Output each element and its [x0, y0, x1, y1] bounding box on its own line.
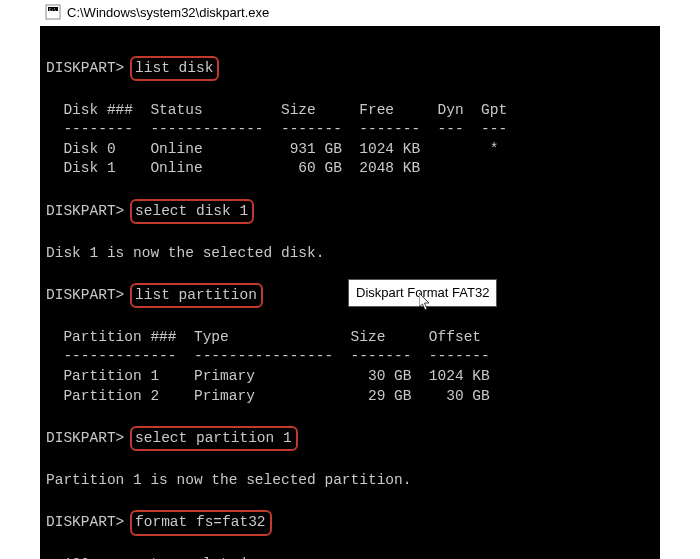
- cmd-format: format fs=fat32: [130, 510, 272, 536]
- disk-row-0: Disk 0 Online 931 GB 1024 KB *: [46, 141, 498, 157]
- disk-table-divider: -------- ------------- ------- ------- -…: [46, 121, 507, 137]
- window-title: C:\Windows\system32\diskpart.exe: [67, 5, 269, 20]
- window-titlebar: C:\ C:\Windows\system32\diskpart.exe: [0, 0, 700, 26]
- part-table-divider: ------------- ---------------- ------- -…: [46, 348, 490, 364]
- msg-partition-selected: Partition 1 is now the selected partitio…: [46, 472, 411, 488]
- part-row-0: Partition 1 Primary 30 GB 1024 KB: [46, 368, 490, 384]
- part-table-header: Partition ### Type Size Offset: [46, 329, 481, 345]
- prompt: DISKPART>: [46, 203, 124, 219]
- cmd-select-partition: select partition 1: [130, 426, 298, 452]
- prompt: DISKPART>: [46, 60, 124, 76]
- mouse-cursor-icon: [419, 255, 436, 330]
- prompt: DISKPART>: [46, 514, 124, 530]
- part-row-1: Partition 2 Primary 29 GB 30 GB: [46, 388, 490, 404]
- msg-disk-selected: Disk 1 is now the selected disk.: [46, 245, 324, 261]
- disk-row-1: Disk 1 Online 60 GB 2048 KB: [46, 160, 420, 176]
- cmd-list-disk: list disk: [130, 56, 219, 82]
- cmd-list-partition: list partition: [130, 283, 263, 309]
- prompt: DISKPART>: [46, 430, 124, 446]
- prompt: DISKPART>: [46, 287, 124, 303]
- terminal-output[interactable]: DISKPART> list disk Disk ### Status Size…: [40, 26, 660, 559]
- svg-text:C:\: C:\: [49, 7, 57, 12]
- app-icon: C:\: [45, 4, 61, 20]
- cmd-select-disk: select disk 1: [130, 199, 254, 225]
- disk-table-header: Disk ### Status Size Free Dyn Gpt: [46, 102, 507, 118]
